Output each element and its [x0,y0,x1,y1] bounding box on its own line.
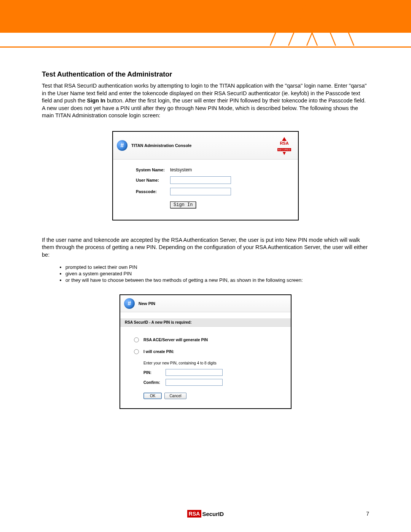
signin-bold-word: Sign In [87,97,105,104]
intro-paragraph: Test that RSA SecurID authentication wor… [42,82,369,120]
system-name-label: System Name: [124,168,170,172]
rsa-secured-text: SECURED [277,148,292,151]
option-user-create[interactable]: I will create PIN: [134,349,284,354]
new-pin-screenshot: # New PIN RSA SecurID - A new PIN is req… [119,294,292,409]
option-server-generate[interactable]: RSA ACE/Server will generate PIN [134,337,284,342]
titan-console-screenshot: # TITAN Administration Console RSA SECUR… [112,131,299,220]
new-pin-title: New PIN [139,301,155,306]
passcode-label: Passcode: [124,189,170,194]
login-form: System Name: testsystem User Name: Passc… [113,160,298,220]
new-pin-header: # New PIN [120,295,291,312]
section-heading: Test Authentication of the Administrator [42,70,369,78]
bullet-3: or they will have to choose between the … [65,277,369,283]
console-title: TITAN Administration Console [131,143,276,148]
sign-in-button[interactable]: Sign In [170,201,196,208]
radio-user-create[interactable] [134,349,139,354]
new-pin-required-bar: RSA SecurID - A new PIN is required: [120,318,291,327]
page-header-bar [0,0,411,33]
bullet-2: given a system generated PIN [65,271,369,276]
option-server-generate-label: RSA ACE/Server will generate PIN [143,337,208,342]
hash-icon: # [117,140,127,151]
hash-icon: # [124,298,135,309]
cancel-button[interactable]: Cancel [164,393,186,399]
username-input[interactable] [170,176,231,184]
system-name-value: testsystem [170,167,192,173]
console-header: # TITAN Administration Console RSA SECUR… [113,132,298,160]
option-user-create-label: I will create PIN: [143,349,174,354]
pin-options-list: prompted to select their own PIN given a… [42,264,369,283]
radio-server-generate[interactable] [134,337,139,342]
username-label: User Name: [124,178,170,182]
bullet-1: prompted to select their own PIN [65,264,369,270]
passcode-input[interactable] [170,188,231,195]
footer-logo: RSA SecurID [0,510,411,518]
ok-button[interactable]: OK [143,393,162,399]
pin-input[interactable] [166,369,223,376]
footer-securid-text: SecurID [202,511,224,517]
confirm-input[interactable] [166,379,223,386]
rsa-brand-text: RSA [276,141,293,145]
confirm-label: Confirm: [143,380,166,385]
paragraph-2: If the user name and tokencode are accep… [42,236,369,259]
footer-rsa-box: RSA [187,510,202,518]
pin-label: PIN: [143,370,166,375]
rsa-secured-badge: RSA SECURED [276,137,293,154]
page-number: 7 [366,511,369,517]
pin-instructions: Enter your new PIN, containing 4 to 8 di… [134,361,284,365]
new-pin-body: RSA ACE/Server will generate PIN I will … [120,327,291,408]
